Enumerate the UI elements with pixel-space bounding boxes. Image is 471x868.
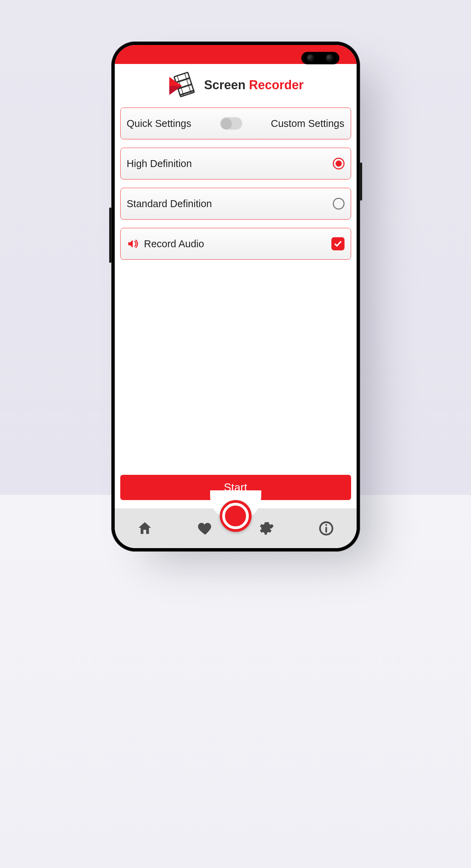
speaker-icon: [127, 238, 139, 250]
bottom-nav: [115, 508, 357, 548]
home-icon: [136, 520, 153, 537]
custom-settings-label: Custom Settings: [271, 118, 345, 129]
record-button[interactable]: [215, 495, 256, 537]
app-title: Screen Recorder: [204, 78, 303, 92]
quality-option-sd[interactable]: Standard Definition: [120, 188, 351, 220]
screen: Screen Recorder Quick Settings Custom Se…: [115, 45, 357, 548]
info-icon: [318, 520, 335, 537]
quality-option-label: Standard Definition: [127, 198, 212, 210]
nav-settings[interactable]: [257, 520, 274, 537]
quick-settings-label: Quick Settings: [127, 118, 191, 129]
content: Quick Settings Custom Settings High Defi…: [115, 108, 357, 475]
nav-home[interactable]: [136, 520, 153, 537]
app-logo-icon: [167, 72, 198, 99]
nav-favorites[interactable]: [197, 520, 214, 537]
radio-unselected-icon[interactable]: [333, 198, 345, 210]
quality-option-hd[interactable]: High Definition: [120, 148, 351, 179]
record-icon: [220, 500, 252, 532]
app-header: Screen Recorder: [115, 64, 357, 108]
record-audio-label: Record Audio: [144, 238, 204, 250]
settings-mode-card: Quick Settings Custom Settings: [120, 108, 351, 139]
radio-selected-icon[interactable]: [333, 158, 345, 169]
gear-icon: [257, 520, 274, 537]
nav-info[interactable]: [318, 520, 335, 537]
app-title-plain: Screen: [204, 78, 245, 92]
quality-option-label: High Definition: [127, 158, 192, 169]
heart-icon: [197, 520, 214, 537]
record-audio-row[interactable]: Record Audio: [120, 228, 351, 260]
settings-mode-toggle[interactable]: [220, 117, 242, 130]
record-audio-checkbox[interactable]: [331, 237, 345, 250]
app-title-accent: Recorder: [249, 78, 304, 92]
camera-cutout: [301, 52, 339, 64]
phone-frame: Screen Recorder Quick Settings Custom Se…: [111, 41, 360, 552]
